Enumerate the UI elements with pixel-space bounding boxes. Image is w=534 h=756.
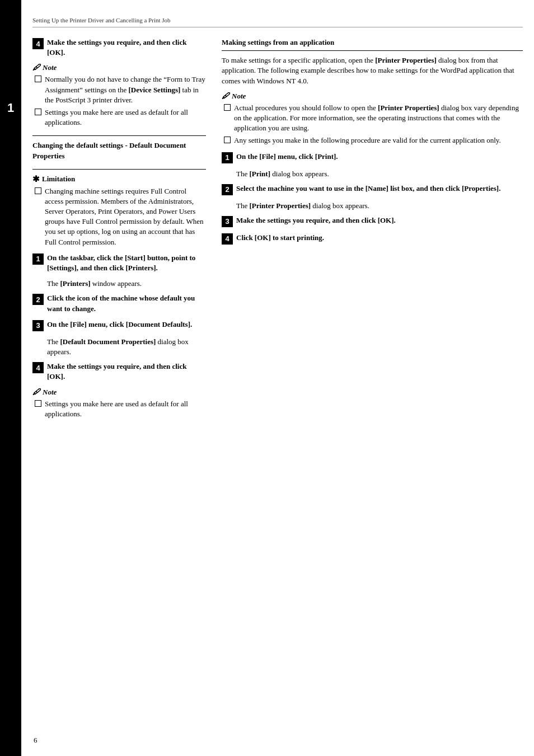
step4-top-number: 4: [32, 38, 44, 49]
step4-bottom-number: 4: [32, 362, 44, 373]
step3-left: 3 On the [File] menu, click [Document De…: [32, 320, 206, 331]
left-column: 4 Make the settings you require, and the…: [32, 37, 206, 739]
note-top-item1: Normally you do not have to change the “…: [35, 74, 206, 105]
checkbox-icon: [35, 76, 41, 82]
step3-right-text: Make the settings you require, and then …: [236, 215, 396, 226]
making-section-intro: To make settings for a specific applicat…: [222, 55, 523, 86]
right-column: Making settings from an application To m…: [222, 37, 523, 739]
checkbox-icon6: [224, 137, 231, 143]
note-bottom: 🖊 Note Settings you make here are used a…: [32, 388, 206, 419]
step4-right-number: 4: [222, 233, 233, 245]
step1-left-result: The [Printers] window appears.: [47, 279, 206, 289]
note-right-item1-text: Actual procedures you should follow to o…: [234, 103, 523, 134]
step2-right: 2 Select the machine you want to use in …: [222, 184, 523, 195]
note-top-item2: Settings you make here are used as defau…: [35, 107, 206, 128]
checkbox-icon3: [35, 187, 41, 194]
step1-right: 1 On the [File] menu, click [Print].: [222, 152, 523, 163]
two-column-layout: 4 Make the settings you require, and the…: [32, 37, 523, 739]
limitation-icon: ✱: [32, 174, 40, 184]
step3-left-result: The [Default Document Properties] dialog…: [47, 337, 206, 357]
note-bottom-title: 🖊 Note: [32, 388, 206, 397]
step4-bottom-text: Make the settings you require, and then …: [47, 361, 206, 382]
divider1: [32, 135, 206, 136]
page: 1 Setting Up the Printer Driver and Canc…: [0, 0, 534, 756]
step4-top-text: Make the settings you require, and then …: [47, 37, 206, 58]
step4-top: 4 Make the settings you require, and the…: [32, 37, 206, 58]
changing-section-header: Changing the default settings - Default …: [32, 140, 206, 161]
divider2: [32, 169, 206, 170]
checkbox-icon2: [35, 109, 41, 115]
step4-right-text: Click [OK] to start printing.: [236, 233, 324, 243]
limitation-item: Changing machine settings requires Full …: [35, 186, 206, 247]
checkbox-icon4: [35, 400, 41, 407]
step4-bottom: 4 Make the settings you require, and the…: [32, 361, 206, 382]
step1-left-text: On the taskbar, click the [Start] button…: [47, 253, 206, 273]
step1-right-number: 1: [222, 152, 233, 163]
note-bottom-item1: Settings you make here are used as defau…: [35, 399, 206, 419]
step2-right-result: The [Printer Properties] dialog box appe…: [236, 201, 523, 211]
note-right-title: 🖊 Note: [222, 92, 523, 101]
note-top-title: 🖊 Note: [32, 63, 206, 72]
step1-right-text: On the [File] menu, click [Print].: [236, 152, 338, 162]
step3-right: 3 Make the settings you require, and the…: [222, 215, 523, 227]
step3-right-number: 3: [222, 216, 233, 227]
page-header: Setting Up the Printer Driver and Cancel…: [32, 17, 523, 27]
step2-left-number: 2: [32, 294, 44, 305]
chapter-number: 1: [7, 101, 14, 115]
note-bottom-item1-text: Settings you make here are used as defau…: [45, 399, 206, 419]
note-right-item2: Any settings you make in the following p…: [224, 135, 523, 145]
left-tab: 1: [0, 0, 21, 756]
making-section-header: Making settings from an application: [222, 37, 523, 51]
note-right-icon: 🖊: [222, 92, 229, 101]
step1-right-result: The [Print] dialog box appears.: [236, 169, 523, 179]
step4-right: 4 Click [OK] to start printing.: [222, 233, 523, 245]
step3-left-number: 3: [32, 320, 44, 331]
page-number: 6: [34, 736, 38, 745]
step2-right-number: 2: [222, 184, 233, 195]
note-icon: 🖊: [32, 63, 40, 72]
step3-left-text: On the [File] menu, click [Document Defa…: [47, 320, 192, 330]
note-bottom-icon: 🖊: [32, 388, 40, 397]
content-area: Setting Up the Printer Driver and Cancel…: [21, 0, 534, 756]
step1-left-number: 1: [32, 253, 44, 265]
step2-left: 2 Click the icon of the machine whose de…: [32, 293, 206, 313]
limitation-text: Changing machine settings requires Full …: [45, 186, 206, 247]
note-top-item1-text: Normally you do not have to change the “…: [45, 74, 206, 105]
note-top: 🖊 Note Normally you do not have to chang…: [32, 63, 206, 128]
note-top-item2-text: Settings you make here are used as defau…: [45, 107, 206, 128]
note-right-item1: Actual procedures you should follow to o…: [224, 103, 523, 134]
limitation-block: ✱ Limitation Changing machine settings r…: [32, 174, 206, 247]
step1-left: 1 On the taskbar, click the [Start] butt…: [32, 253, 206, 273]
limitation-title: ✱ Limitation: [32, 174, 206, 184]
step2-left-text: Click the icon of the machine whose defa…: [47, 293, 206, 313]
checkbox-icon5: [224, 104, 231, 111]
step2-right-text: Select the machine you want to use in th…: [236, 184, 500, 194]
note-right: 🖊 Note Actual procedures you should foll…: [222, 92, 523, 146]
note-right-item2-text: Any settings you make in the following p…: [234, 135, 501, 145]
